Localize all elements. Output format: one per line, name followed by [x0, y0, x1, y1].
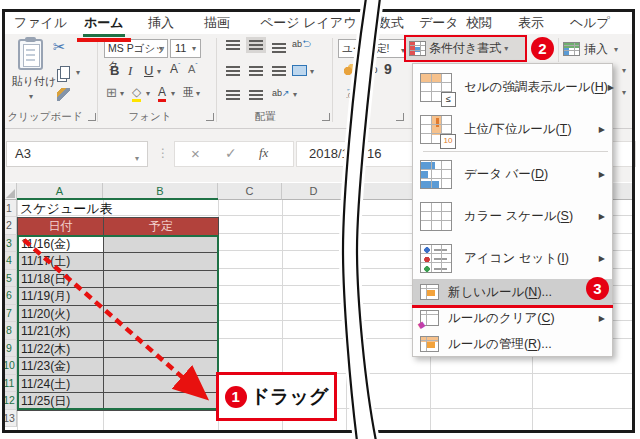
orientation-button[interactable]: ab↗ — [272, 88, 290, 98]
font-dialog-launcher-icon[interactable] — [206, 113, 214, 121]
tab-3[interactable]: 描画 — [204, 13, 230, 33]
row-header-4[interactable]: 4 — [2, 252, 17, 270]
row-header-9[interactable]: 9 — [2, 340, 17, 358]
enter-button[interactable]: ✓ — [225, 145, 237, 161]
underline-arrow-icon[interactable]: ▾ — [157, 67, 161, 76]
date-cell-A4[interactable]: 11/17(土) — [18, 253, 104, 271]
paste-button-label[interactable]: 貼り付け — [6, 74, 62, 89]
menu-item-highlight-cells[interactable]: セルの強調表示ルール(H)▶ — [413, 66, 612, 108]
shrink-font-button[interactable]: Aˇ — [188, 62, 198, 75]
style-dialog-launcher-icon[interactable] — [396, 113, 404, 121]
tab-4[interactable]: ページ レイアウト — [260, 13, 370, 33]
orientation-dropdown-arrow-icon[interactable]: ▾ — [293, 90, 297, 99]
align-middle-button[interactable] — [249, 40, 263, 50]
menu-item-clear-rules[interactable]: ルールのクリア(C)▶ — [413, 305, 612, 331]
font-size-combobox[interactable]: 11 — [170, 39, 201, 58]
bold-button[interactable]: B — [110, 63, 119, 78]
plan-cell-B4[interactable] — [104, 253, 219, 271]
decrease-indent-button[interactable] — [226, 90, 240, 100]
tab-1[interactable]: ホーム — [84, 13, 124, 33]
row-header-8[interactable]: 8 — [2, 322, 17, 340]
menu-item-manage-rules[interactable]: ルールの管理(R)... — [413, 331, 612, 357]
tab-2[interactable]: 挿入 — [148, 13, 174, 33]
fill-color-button[interactable]: ◇ — [132, 85, 141, 102]
row-header-13[interactable]: 13 — [2, 410, 17, 428]
date-cell-A5[interactable]: 11/18(日) — [18, 271, 104, 289]
align-top-button[interactable] — [226, 40, 240, 50]
plan-cell-B11[interactable] — [104, 376, 219, 394]
date-cell-A9[interactable]: 11/22(木) — [18, 341, 104, 359]
menu-item-color-scales[interactable]: カラー スケール(S)▶ — [413, 195, 612, 237]
sheet-title-cell[interactable]: スケジュール表 — [20, 200, 113, 217]
column-header-2[interactable]: C — [218, 183, 282, 200]
row-header-6[interactable]: 6 — [2, 287, 17, 305]
row-header-11[interactable]: 11 — [2, 375, 17, 393]
select-all-button[interactable] — [2, 183, 17, 200]
tab-6[interactable]: データ — [419, 13, 459, 33]
plan-cell-B9[interactable] — [104, 341, 219, 359]
italic-button[interactable]: I — [128, 63, 132, 79]
menu-item-icon-sets[interactable]: アイコン セット(I)▶ — [413, 237, 612, 279]
fill-color-arrow-icon[interactable]: ▾ — [146, 89, 150, 98]
number-format-combobox[interactable]: ユー 定! ▾ — [338, 39, 408, 58]
column-header-3[interactable]: D — [282, 183, 346, 200]
row-header-5[interactable]: 5 — [2, 270, 17, 288]
formula-bar-splitter[interactable]: ⋮ — [157, 146, 169, 160]
row-header-1[interactable]: 1 — [2, 200, 17, 218]
phonetic-button[interactable]: 亜 — [183, 85, 194, 100]
row-header-2[interactable]: 2 — [2, 217, 17, 235]
menu-item-top-bottom[interactable]: 上位/下位ルール(T)▶ — [413, 108, 612, 150]
grow-font-button[interactable]: Aˆ — [170, 62, 180, 76]
align-bottom-button[interactable] — [272, 43, 286, 53]
table-header-plan[interactable]: 予定 — [104, 218, 219, 236]
tab-7[interactable]: 校閲 — [466, 13, 492, 33]
menu-item-data-bars[interactable]: データ バー(D)▶ — [413, 153, 612, 195]
plan-cell-B10[interactable] — [104, 358, 219, 376]
cancel-button[interactable]: × — [191, 145, 200, 162]
row-header-12[interactable]: 12 — [2, 392, 17, 410]
tab-8[interactable]: 表示 — [518, 13, 544, 33]
date-cell-A11[interactable]: 11/24(土) — [18, 376, 104, 394]
date-cell-A12[interactable]: 11/25(日) — [18, 393, 104, 411]
tab-0[interactable]: ファイル — [14, 13, 67, 33]
cut-scissors-icon[interactable]: ✂ — [53, 38, 66, 56]
increase-indent-button[interactable] — [249, 90, 263, 100]
insert-cells-button[interactable]: 挿入 ▾ — [563, 39, 635, 59]
copy-dropdown-arrow-icon[interactable]: ▾ — [76, 68, 80, 77]
date-cell-A10[interactable]: 11/23(金) — [18, 358, 104, 376]
paste-dropdown-arrow-icon[interactable]: ▾ — [29, 92, 33, 101]
font-color-button[interactable]: A — [158, 85, 166, 102]
date-cell-A7[interactable]: 11/20(火) — [18, 306, 104, 324]
plan-cell-B8[interactable] — [104, 323, 219, 341]
menu-item-new-rule[interactable]: 新しいルール(N)... — [413, 279, 612, 305]
wrap-text-button[interactable]: ab⮌ — [292, 39, 311, 49]
date-cell-A6[interactable]: 11/19(月) — [18, 288, 104, 306]
plan-cell-B6[interactable] — [104, 288, 219, 306]
clipboard-dialog-launcher-icon[interactable] — [88, 113, 96, 121]
format-painter-icon[interactable] — [57, 88, 70, 101]
borders-arrow-icon[interactable]: ▾ — [120, 89, 124, 98]
phonetic-arrow-icon[interactable]: ▾ — [196, 89, 200, 98]
merge-arrow-icon[interactable]: ▾ — [310, 67, 314, 76]
row-header-7[interactable]: 7 — [2, 305, 17, 323]
font-name-arrow-icon[interactable]: ▾ — [159, 44, 163, 53]
align-center-button[interactable] — [249, 66, 263, 76]
plan-cell-B7[interactable] — [104, 306, 219, 324]
date-cell-A8[interactable]: 11/21(水) — [18, 323, 104, 341]
merge-center-button[interactable] — [292, 65, 307, 76]
plan-cell-B12[interactable] — [104, 393, 219, 411]
percent-style-button[interactable]: % — [366, 61, 378, 76]
font-color-arrow-icon[interactable]: ▾ — [171, 89, 175, 98]
plan-cell-B5[interactable] — [104, 271, 219, 289]
align-right-button[interactable] — [272, 66, 286, 76]
tab-9[interactable]: ヘルプ — [570, 13, 610, 33]
format-arrow-icon[interactable]: ▾ — [622, 88, 626, 97]
number-dialog-launcher-icon[interactable] — [352, 113, 360, 121]
underline-button[interactable]: U — [144, 63, 153, 78]
decrease-decimal-button[interactable]: ←0 .00 — [346, 85, 357, 99]
borders-button[interactable]: ⊞ — [106, 85, 117, 100]
comma-style-button[interactable]: 9 — [384, 61, 392, 77]
alignment-dialog-launcher-icon[interactable] — [322, 113, 330, 121]
delete-arrow-icon[interactable]: ▾ — [622, 66, 626, 75]
tab-5[interactable]: 数式 — [378, 13, 404, 33]
